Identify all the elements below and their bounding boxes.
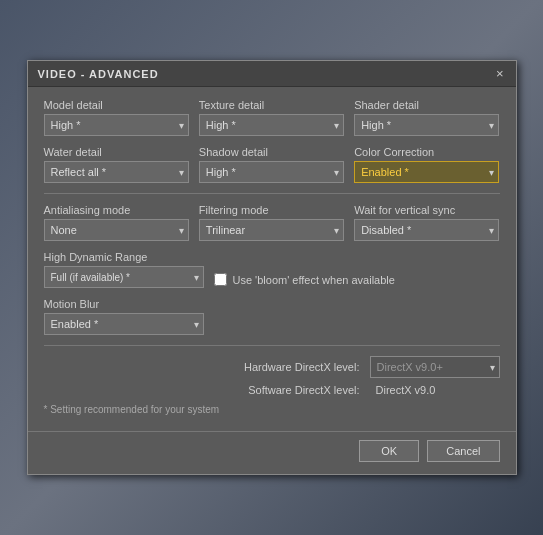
texture-detail-select[interactable]: High * xyxy=(199,114,344,136)
dialog-title: VIDEO - ADVANCED xyxy=(38,68,159,80)
dialog-footer: OK Cancel xyxy=(28,431,516,474)
shader-detail-label: Shader detail xyxy=(354,99,499,111)
vsync-select[interactable]: Disabled * xyxy=(354,219,499,241)
shader-detail-select-wrapper: High * xyxy=(354,114,499,136)
antialiasing-label: Antialiasing mode xyxy=(44,204,189,216)
field-antialiasing: Antialiasing mode None xyxy=(44,204,189,241)
hdr-label: High Dynamic Range xyxy=(44,251,204,263)
field-filtering: Filtering mode Trilinear xyxy=(199,204,344,241)
hdr-select-wrapper: Full (if available) * xyxy=(44,266,204,288)
model-detail-label: Model detail xyxy=(44,99,189,111)
vsync-select-wrapper: Disabled * xyxy=(354,219,499,241)
bloom-checkbox-row: Use 'bloom' effect when available xyxy=(214,273,500,288)
field-vsync: Wait for vertical sync Disabled * xyxy=(354,204,499,241)
software-dx-value: DirectX v9.0 xyxy=(370,384,500,396)
shadow-detail-select[interactable]: High * xyxy=(199,161,344,183)
row-3: Antialiasing mode None Filtering mode Tr… xyxy=(44,204,500,241)
bloom-checkbox[interactable] xyxy=(214,273,227,286)
shadow-detail-select-wrapper: High * xyxy=(199,161,344,183)
motion-blur-select-wrapper: Enabled * xyxy=(44,313,204,335)
field-hdr: High Dynamic Range Full (if available) * xyxy=(44,251,204,288)
field-model-detail: Model detail High * xyxy=(44,99,189,136)
row-1: Model detail High * Texture detail High … xyxy=(44,99,500,136)
hardware-section: Hardware DirectX level: DirectX v9.0+ So… xyxy=(44,356,500,396)
dialog-titlebar: VIDEO - ADVANCED × xyxy=(28,61,516,87)
row-5: Motion Blur Enabled * xyxy=(44,298,500,335)
hardware-dx-select-wrapper: DirectX v9.0+ xyxy=(370,356,500,378)
antialiasing-select[interactable]: None xyxy=(44,219,189,241)
hardware-dx-row: Hardware DirectX level: DirectX v9.0+ xyxy=(44,356,500,378)
model-detail-select-wrapper: High * xyxy=(44,114,189,136)
field-texture-detail: Texture detail High * xyxy=(199,99,344,136)
vsync-label: Wait for vertical sync xyxy=(354,204,499,216)
antialiasing-select-wrapper: None xyxy=(44,219,189,241)
hardware-dx-label: Hardware DirectX level: xyxy=(244,361,360,373)
divider-2 xyxy=(44,345,500,346)
motion-blur-label: Motion Blur xyxy=(44,298,204,310)
motion-blur-select[interactable]: Enabled * xyxy=(44,313,204,335)
texture-detail-select-wrapper: High * xyxy=(199,114,344,136)
close-button[interactable]: × xyxy=(494,67,506,80)
hardware-dx-select-inner: DirectX v9.0+ xyxy=(370,356,500,378)
field-color-correction: Color Correction Enabled * xyxy=(354,146,499,183)
dialog-body: Model detail High * Texture detail High … xyxy=(28,87,516,427)
model-detail-select[interactable]: High * xyxy=(44,114,189,136)
water-detail-select-wrapper: Reflect all * xyxy=(44,161,189,183)
row-2: Water detail Reflect all * Shadow detail… xyxy=(44,146,500,183)
bloom-label[interactable]: Use 'bloom' effect when available xyxy=(233,274,395,286)
filtering-select-wrapper: Trilinear xyxy=(199,219,344,241)
texture-detail-label: Texture detail xyxy=(199,99,344,111)
water-detail-label: Water detail xyxy=(44,146,189,158)
field-shader-detail: Shader detail High * xyxy=(354,99,499,136)
filtering-label: Filtering mode xyxy=(199,204,344,216)
shader-detail-select[interactable]: High * xyxy=(354,114,499,136)
field-shadow-detail: Shadow detail High * xyxy=(199,146,344,183)
divider-1 xyxy=(44,193,500,194)
software-dx-label: Software DirectX level: xyxy=(248,384,359,396)
color-correction-select-wrapper: Enabled * xyxy=(354,161,499,183)
water-detail-select[interactable]: Reflect all * xyxy=(44,161,189,183)
color-correction-label: Color Correction xyxy=(354,146,499,158)
cancel-button[interactable]: Cancel xyxy=(427,440,499,462)
color-correction-select[interactable]: Enabled * xyxy=(354,161,499,183)
shadow-detail-label: Shadow detail xyxy=(199,146,344,158)
filtering-select[interactable]: Trilinear xyxy=(199,219,344,241)
hardware-dx-select[interactable]: DirectX v9.0+ xyxy=(370,356,500,378)
software-dx-row: Software DirectX level: DirectX v9.0 xyxy=(44,384,500,396)
field-water-detail: Water detail Reflect all * xyxy=(44,146,189,183)
video-advanced-dialog: VIDEO - ADVANCED × Model detail High * T… xyxy=(27,60,517,475)
row-4: High Dynamic Range Full (if available) *… xyxy=(44,251,500,288)
hdr-select[interactable]: Full (if available) * xyxy=(44,266,204,288)
settings-note: * Setting recommended for your system xyxy=(44,404,500,415)
field-motion-blur: Motion Blur Enabled * xyxy=(44,298,204,335)
ok-button[interactable]: OK xyxy=(359,440,419,462)
